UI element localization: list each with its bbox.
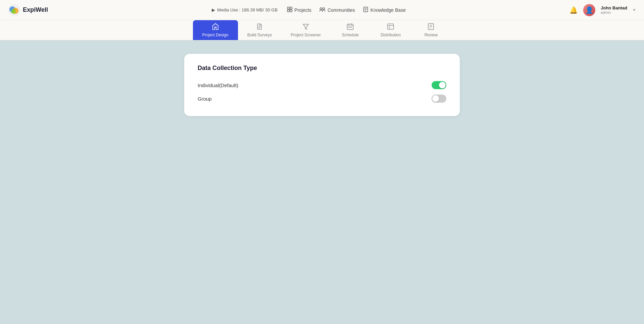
tab-distribution-label: Distribution xyxy=(380,33,401,37)
svg-rect-24 xyxy=(388,24,394,29)
build-surveys-icon xyxy=(256,23,263,31)
tab-review[interactable]: Review xyxy=(411,20,451,40)
nav-communities[interactable]: Communities xyxy=(319,7,355,13)
user-info: John Bantad admin xyxy=(601,5,627,14)
individual-option-row: Individual(Default) xyxy=(198,78,446,92)
svg-rect-18 xyxy=(347,24,353,30)
projects-icon xyxy=(287,7,292,13)
svg-rect-6 xyxy=(287,10,289,12)
avatar: 👤 xyxy=(583,4,595,16)
avatar-image: 👤 xyxy=(585,6,594,14)
tab-schedule-label: Schedule xyxy=(342,33,359,37)
data-collection-card: Data Collection Type Individual(Default)… xyxy=(184,54,460,116)
expiwell-logo-icon xyxy=(8,4,20,16)
individual-toggle[interactable] xyxy=(432,81,446,89)
project-design-icon xyxy=(212,23,219,31)
group-label: Group xyxy=(198,96,212,102)
tab-review-label: Review xyxy=(425,33,438,37)
svg-rect-23 xyxy=(351,27,352,28)
tab-project-design-label: Project Design xyxy=(202,33,229,37)
logo-text: ExpiWell xyxy=(23,6,48,13)
svg-rect-22 xyxy=(349,27,350,28)
tabs-bar: Project Design Build Surveys Project Scr… xyxy=(0,20,644,40)
individual-label: Individual(Default) xyxy=(198,82,238,88)
knowledge-base-label: Knowledge Base xyxy=(370,7,406,13)
play-icon: ▶ xyxy=(212,7,215,12)
svg-rect-7 xyxy=(290,10,292,12)
project-screener-icon xyxy=(302,23,310,31)
knowledge-base-icon xyxy=(363,7,368,13)
nav-projects[interactable]: Projects xyxy=(287,7,312,13)
svg-point-8 xyxy=(320,8,322,10)
header: ExpiWell ▶ Media Use : 188.39 MB/ 30 GB … xyxy=(0,0,644,20)
group-toggle-knob xyxy=(432,95,439,102)
svg-rect-4 xyxy=(287,7,289,9)
media-use: ▶ Media Use : 188.39 MB/ 30 GB xyxy=(212,7,278,12)
header-right: 🔔 👤 John Bantad admin ▼ xyxy=(569,4,636,16)
header-center: ▶ Media Use : 188.39 MB/ 30 GB Projects xyxy=(48,7,570,13)
nav-knowledge-base[interactable]: Knowledge Base xyxy=(363,7,406,13)
review-icon xyxy=(427,23,435,31)
user-dropdown-icon[interactable]: ▼ xyxy=(633,8,636,12)
svg-point-3 xyxy=(11,9,16,14)
tab-schedule[interactable]: Schedule xyxy=(330,20,370,40)
tab-build-surveys[interactable]: Build Surveys xyxy=(238,20,281,40)
distribution-icon xyxy=(387,23,394,31)
tab-project-design[interactable]: Project Design xyxy=(193,20,238,40)
communities-label: Communities xyxy=(327,7,355,13)
notification-bell-icon[interactable]: 🔔 xyxy=(569,6,578,14)
tab-project-screener-label: Project Screener xyxy=(291,33,321,37)
schedule-icon xyxy=(347,23,354,31)
projects-label: Projects xyxy=(294,7,312,13)
tab-distribution[interactable]: Distribution xyxy=(370,20,411,40)
main-content: Data Collection Type Individual(Default)… xyxy=(0,40,644,130)
user-name: John Bantad xyxy=(601,5,627,10)
user-role: admin xyxy=(601,10,611,14)
svg-rect-5 xyxy=(290,7,292,9)
svg-marker-17 xyxy=(303,24,309,29)
individual-toggle-knob xyxy=(439,82,446,88)
tab-project-screener[interactable]: Project Screener xyxy=(281,20,330,40)
group-option-row: Group xyxy=(198,92,446,105)
logo-area[interactable]: ExpiWell xyxy=(8,4,48,16)
group-toggle[interactable] xyxy=(432,95,446,103)
header-nav: Projects Communities xyxy=(287,7,406,13)
tab-build-surveys-label: Build Surveys xyxy=(247,33,272,37)
svg-point-9 xyxy=(323,8,325,10)
card-title: Data Collection Type xyxy=(198,65,446,72)
media-use-label: Media Use : 188.39 MB/ 30 GB xyxy=(217,7,278,12)
communities-icon xyxy=(319,7,325,13)
